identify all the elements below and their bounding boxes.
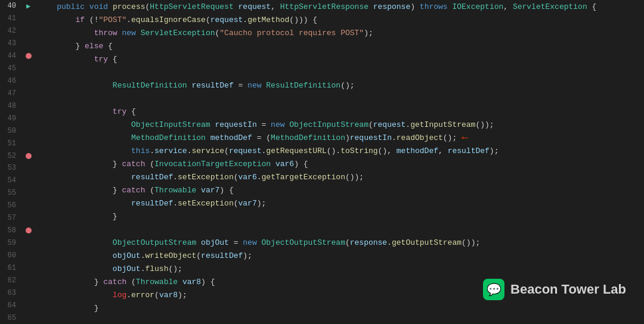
token: var7 (239, 199, 257, 208)
code-line: ObjectInputStream requestIn = new Object… (38, 118, 644, 131)
gutter-row: 54 (0, 175, 36, 187)
code-line: resultDef.setException(var6.getTargetExc… (38, 170, 644, 183)
token: IOException (452, 2, 503, 11)
token: ( (224, 147, 229, 155)
token (38, 212, 113, 221)
token (196, 238, 201, 247)
token: (), (378, 147, 397, 155)
token: . (405, 120, 410, 129)
token (262, 81, 267, 90)
gutter-row: 43 (0, 38, 36, 50)
token: ())) { (289, 15, 317, 24)
token (38, 304, 94, 313)
token: log (113, 291, 126, 300)
token: try (94, 55, 108, 64)
token: writeObject (145, 251, 196, 260)
token (257, 238, 262, 247)
token: Throwable (136, 278, 178, 286)
token: . (126, 15, 131, 24)
token: var8 (159, 291, 178, 300)
token (38, 2, 57, 11)
token: = (234, 81, 247, 90)
code-line: } (38, 210, 644, 223)
line-number: 47 (0, 89, 21, 98)
gutter-row: 51 (0, 137, 36, 149)
breakpoint-area[interactable] (21, 153, 36, 159)
token: ( (196, 251, 201, 260)
token: request (210, 15, 243, 24)
gutter-row: 52 (0, 149, 36, 162)
token: . (257, 173, 262, 182)
token: . (243, 15, 247, 24)
gutter-row: 48 (0, 99, 36, 112)
token: . (392, 133, 397, 142)
line-number: 43 (0, 39, 21, 48)
token: = (257, 120, 271, 129)
gutter-row: 57 (0, 212, 36, 225)
token: . (173, 199, 178, 208)
token: HttpServletRequest (150, 2, 233, 11)
token: setException (178, 199, 234, 208)
gutter-row: 65 (0, 311, 36, 324)
token (38, 278, 94, 286)
token (38, 291, 113, 300)
token: = ( (252, 133, 271, 142)
token: ) (410, 2, 420, 11)
token (136, 29, 141, 38)
code-line: ObjectOutputStream objOut = new ObjectOu… (38, 236, 644, 249)
token: setException (178, 173, 234, 182)
token (38, 55, 94, 64)
breakpoint-area[interactable] (21, 228, 36, 233)
token: ); (490, 147, 499, 155)
token (234, 2, 239, 11)
line-number: 62 (0, 276, 21, 285)
code-line: try { (38, 105, 644, 118)
token: , (438, 147, 448, 155)
code-line: ResultDefinition resultDef = new ResultD… (38, 79, 644, 92)
token: { (103, 42, 113, 51)
token: process (113, 2, 145, 11)
token: objOut (113, 251, 141, 260)
code-line: throw new ServletException("Caucho proto… (38, 26, 644, 39)
token: flush (145, 264, 168, 273)
token: . (262, 147, 267, 155)
code-line (38, 92, 644, 105)
token: getInputStream (410, 120, 475, 129)
token: service (191, 147, 224, 155)
token: "POST" (98, 15, 126, 24)
breakpoint-area[interactable] (21, 53, 36, 59)
token: ) (345, 133, 350, 142)
code-line: } catch (Throwable var7) { (38, 183, 644, 197)
watermark: 💬 Beacon Tower Lab (483, 279, 626, 300)
code-line: } (38, 301, 644, 314)
token (38, 251, 113, 260)
token (38, 107, 113, 116)
breakpoint-area[interactable]: ▶ (21, 2, 36, 11)
token: (); (443, 133, 457, 142)
token: response (373, 2, 410, 11)
gutter-row: 49 (0, 112, 36, 124)
token: (). (327, 147, 340, 155)
token: ResultDefinition (113, 81, 187, 90)
token: } (94, 304, 99, 313)
token (38, 186, 113, 195)
token (206, 133, 210, 142)
token: methodDef (210, 133, 252, 142)
line-number: 42 (0, 27, 21, 35)
line-number: 53 (0, 164, 21, 172)
token: . (387, 238, 392, 247)
line-number: 56 (0, 201, 21, 210)
token: . (173, 173, 178, 182)
token (38, 120, 131, 129)
gutter-row: 63 (0, 286, 36, 299)
token: } (113, 186, 122, 195)
token: HttpServletResponse (280, 2, 369, 11)
token: ()); (475, 120, 494, 129)
line-number: 45 (0, 64, 21, 73)
code-line: MethodDefinition methodDef = (MethodDefi… (38, 131, 644, 144)
token: var6 (239, 173, 257, 182)
code-line: } else { (38, 39, 644, 52)
token: throws (420, 2, 448, 11)
token: ( (145, 2, 150, 11)
code-line: this.service.service(request.getRequestU… (38, 144, 644, 157)
